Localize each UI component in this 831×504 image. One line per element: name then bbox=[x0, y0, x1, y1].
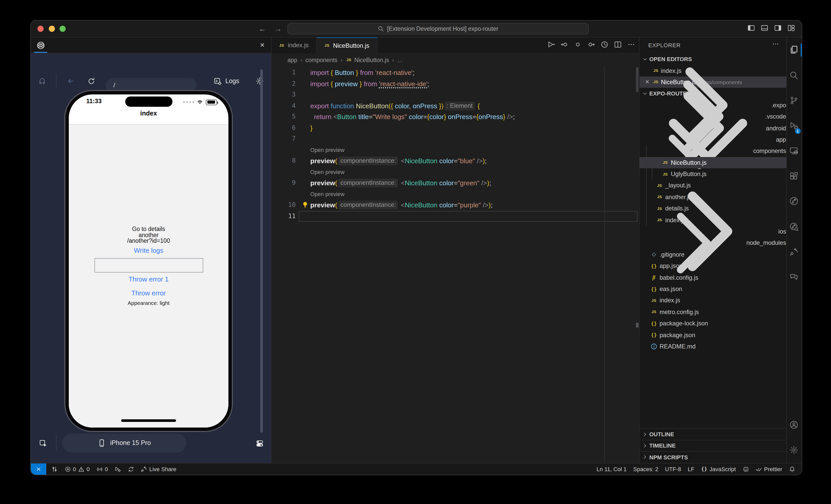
lightbulb-icon[interactable] bbox=[301, 201, 309, 209]
device-select-button[interactable]: iPhone 15 Pro bbox=[62, 434, 186, 452]
tab-radon-ide[interactable] bbox=[34, 37, 47, 53]
status-ide-status[interactable] bbox=[51, 466, 58, 472]
section-npm-scripts[interactable]: NPM SCRIPTS bbox=[639, 451, 786, 463]
codelens-open-preview[interactable]: Open preview bbox=[310, 169, 344, 175]
editor-action-nav-back-circle[interactable] bbox=[560, 40, 568, 50]
status-eol[interactable]: LF bbox=[688, 466, 694, 472]
inspect-button[interactable] bbox=[38, 77, 46, 85]
breadcrumb-item-app[interactable]: app bbox=[287, 57, 297, 63]
tree-item-node-modules[interactable]: node_modules bbox=[639, 237, 786, 249]
comments-icon bbox=[790, 272, 799, 281]
tree-item-babel-config-js[interactable]: βbabel.config.js bbox=[639, 272, 786, 283]
app-link-write-logs[interactable]: Write logs bbox=[69, 247, 228, 254]
overview-ruler-marker bbox=[636, 323, 638, 327]
code-line-9: 9preview(componentInstance: <NiceButton … bbox=[271, 178, 639, 188]
status-sync[interactable] bbox=[128, 466, 134, 472]
panel-scrollbar[interactable] bbox=[260, 69, 263, 433]
nav-back-button[interactable] bbox=[67, 77, 75, 85]
code-text: import { Button } from 'react-native'; bbox=[310, 67, 414, 78]
home-indicator[interactable] bbox=[121, 419, 176, 422]
activity-settings[interactable] bbox=[786, 438, 801, 463]
history-back-button[interactable]: ← bbox=[259, 25, 266, 33]
status-encoding[interactable]: UTF-8 bbox=[665, 466, 681, 472]
tree-item-metro-config-js[interactable]: JSmetro.config.js bbox=[639, 306, 786, 318]
app-content: Go to detailsanother/another?id=100Write… bbox=[69, 124, 228, 427]
tree-item-app-json[interactable]: {}app.json bbox=[639, 260, 786, 272]
tree-item-package-json[interactable]: {}package.json bbox=[639, 329, 786, 341]
titlebar-panel-bottom-button[interactable] bbox=[761, 24, 768, 34]
status-problems[interactable]: 00 bbox=[64, 466, 90, 472]
tab-index-js[interactable]: JSindex.js bbox=[271, 37, 317, 53]
history-forward-button[interactable]: → bbox=[275, 25, 282, 33]
activity-accounts[interactable] bbox=[786, 412, 801, 437]
minimize-window-button[interactable] bbox=[49, 26, 55, 32]
status-extension-mascot[interactable] bbox=[742, 466, 749, 472]
editor-action-nav-forward-circle[interactable] bbox=[587, 40, 595, 50]
activity-live-share[interactable] bbox=[786, 239, 801, 264]
tree-item-components[interactable]: components bbox=[639, 145, 786, 157]
cellular-signal-icon bbox=[183, 101, 194, 103]
tree-item-eas-json[interactable]: {}eas.json bbox=[639, 283, 786, 295]
tab-label: NiceButton.js bbox=[333, 42, 369, 49]
code-text: } bbox=[310, 122, 313, 134]
editor-action-run-or-debug[interactable] bbox=[547, 40, 555, 50]
activity-repo-search[interactable] bbox=[786, 214, 801, 239]
file-type-braces-icon: {} bbox=[650, 262, 658, 269]
titlebar-panel-right-button[interactable] bbox=[774, 24, 781, 34]
command-center-search[interactable]: [Extension Development Host] expo-router bbox=[287, 23, 589, 34]
close-window-button[interactable] bbox=[37, 26, 44, 32]
dynamic-island bbox=[125, 96, 172, 107]
remote-indicator[interactable] bbox=[31, 463, 46, 475]
reload-button[interactable] bbox=[87, 77, 95, 85]
activity-run-and-debug[interactable]: 1 bbox=[786, 113, 801, 138]
titlebar-panel-left-button[interactable] bbox=[747, 24, 755, 34]
app-link-throw-error[interactable]: Throw error bbox=[69, 289, 228, 297]
breadcrumb-item-nicebutton-js[interactable]: JSNiceButton.js bbox=[345, 57, 389, 63]
status-cursor-position[interactable]: Ln 11, Col 1 bbox=[596, 466, 627, 472]
activity-repo-graph[interactable] bbox=[786, 188, 801, 214]
tree-item-package-lock-json[interactable]: {}package-lock.json bbox=[639, 318, 786, 329]
text-input-field[interactable] bbox=[94, 258, 203, 272]
editor-scrollbar[interactable] bbox=[636, 67, 638, 92]
codelens-open-preview[interactable]: Open preview bbox=[310, 147, 344, 153]
tree-item-gitignore[interactable]: .gitignore bbox=[639, 249, 786, 260]
status-ports[interactable]: 0 bbox=[96, 466, 108, 472]
tab-label: index.js bbox=[288, 42, 309, 49]
run-or-debug-icon bbox=[547, 40, 555, 48]
close-panel-button[interactable]: ✕ bbox=[260, 37, 265, 53]
codelens-open-preview[interactable]: Open preview bbox=[310, 191, 344, 197]
logs-button[interactable]: Logs bbox=[210, 73, 242, 88]
status-language[interactable]: {}JavaScript bbox=[701, 466, 736, 472]
app-link-throw-error-1[interactable]: Throw error 1 bbox=[69, 275, 228, 283]
editor-action-history[interactable] bbox=[600, 40, 608, 50]
editor-action-circle[interactable] bbox=[574, 40, 581, 50]
editor-action-more[interactable] bbox=[627, 40, 635, 50]
section-timeline[interactable]: TIMELINE bbox=[639, 440, 786, 451]
breadcrumb-item-components[interactable]: components bbox=[306, 57, 338, 63]
status-notifications[interactable] bbox=[789, 466, 795, 472]
screen-title: index bbox=[69, 110, 228, 117]
editor-action-split-editor[interactable] bbox=[613, 40, 622, 50]
explorer-more-button[interactable]: ⋯ bbox=[772, 40, 779, 48]
breadcrumb-item-more[interactable]: … bbox=[397, 57, 403, 63]
section-outline[interactable]: OUTLINE bbox=[639, 428, 786, 440]
activity-explorer[interactable] bbox=[786, 37, 801, 62]
activity-source-control[interactable] bbox=[786, 88, 801, 113]
activity-remote-explorer[interactable] bbox=[786, 138, 801, 164]
warning-triangle-icon bbox=[78, 466, 84, 472]
device-settings-button[interactable] bbox=[256, 439, 264, 448]
tab-nicebutton-js[interactable]: JSNiceButton.js bbox=[317, 37, 378, 54]
element-inspect-button[interactable] bbox=[39, 439, 48, 448]
status-debug[interactable] bbox=[115, 466, 121, 472]
status-formatter[interactable]: Prettier bbox=[755, 466, 782, 472]
activity-extensions[interactable] bbox=[786, 164, 801, 188]
tree-item-readme-md[interactable]: README.md bbox=[639, 341, 786, 352]
status-live-share[interactable]: Live Share bbox=[141, 466, 176, 472]
zoom-window-button[interactable] bbox=[60, 26, 66, 32]
status-indentation[interactable]: Spaces: 2 bbox=[633, 466, 658, 472]
activity-search[interactable] bbox=[786, 62, 801, 88]
titlebar-layout-grid-button[interactable] bbox=[787, 24, 795, 34]
activity-comments[interactable] bbox=[786, 264, 801, 290]
tree-item-index-js[interactable]: JSindex.js bbox=[639, 295, 786, 306]
url-bar[interactable]: / bbox=[106, 78, 197, 92]
